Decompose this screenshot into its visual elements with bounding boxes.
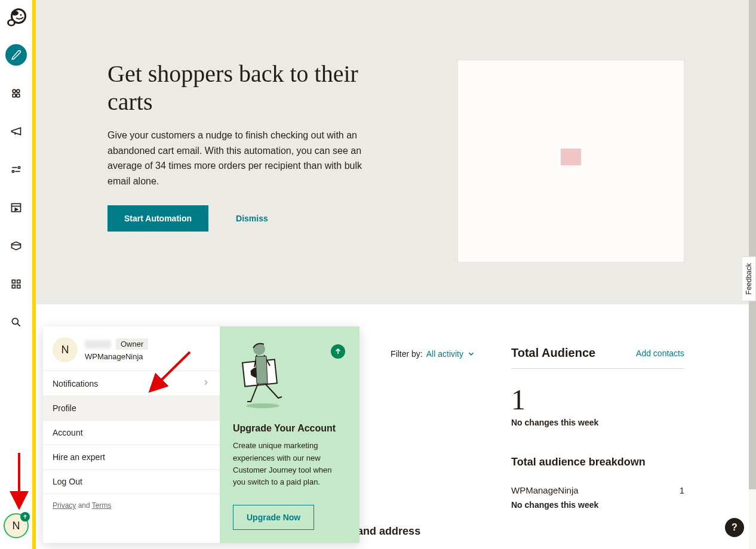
profile-popup: N Owner WPManageNinja Notifications Prof… xyxy=(43,326,359,543)
svg-rect-9 xyxy=(17,94,20,97)
svg-rect-19 xyxy=(17,285,20,288)
audience-change: No changes this week xyxy=(511,418,684,427)
breakdown-title: Total audience breakdown xyxy=(511,456,684,468)
breakdown-row: WPManageNinja 1 xyxy=(511,485,684,495)
menu-item-notifications[interactable]: Notifications xyxy=(43,371,220,396)
privacy-link[interactable]: Privacy xyxy=(53,501,76,510)
user-name-redacted xyxy=(85,340,111,348)
website-icon[interactable] xyxy=(5,197,27,218)
automations-icon[interactable] xyxy=(5,159,27,180)
svg-point-5 xyxy=(9,21,14,25)
profile-avatar-button[interactable]: N xyxy=(4,513,29,538)
add-contacts-link[interactable]: Add contacts xyxy=(636,348,684,358)
svg-point-22 xyxy=(246,403,279,408)
hero-illustration-placeholder xyxy=(457,60,684,263)
activity-filter: Filter by: All activity xyxy=(391,349,475,359)
svg-point-11 xyxy=(12,171,14,172)
help-button[interactable]: ? xyxy=(725,518,744,537)
chevron-right-icon xyxy=(202,378,210,388)
svg-line-21 xyxy=(17,323,20,326)
svg-point-7 xyxy=(17,90,20,92)
popup-footer: Privacy and Terms xyxy=(43,494,220,517)
dismiss-button[interactable]: Dismiss xyxy=(232,213,272,224)
org-name: WPManageNinja xyxy=(85,352,148,361)
audience-title: Total Audience xyxy=(511,346,595,360)
menu-item-logout[interactable]: Log Out xyxy=(43,469,220,494)
svg-rect-17 xyxy=(17,280,20,283)
popup-header: N Owner WPManageNinja xyxy=(43,326,220,371)
svg-point-2 xyxy=(11,11,19,16)
search-icon[interactable] xyxy=(5,311,27,333)
svg-point-3 xyxy=(20,14,22,16)
start-automation-button[interactable]: Start Automation xyxy=(107,205,208,232)
hero-banner: Get shoppers back to their carts Give yo… xyxy=(36,0,756,304)
sidebar: N xyxy=(0,0,36,549)
audience-icon[interactable] xyxy=(5,82,27,104)
breakdown-count: 1 xyxy=(680,485,684,495)
campaigns-icon[interactable] xyxy=(5,121,27,142)
breakdown-name: WPManageNinja xyxy=(511,485,579,495)
divider xyxy=(511,368,684,369)
integrations-icon[interactable] xyxy=(5,273,27,295)
filter-dropdown[interactable]: All activity xyxy=(426,349,475,359)
svg-point-20 xyxy=(12,318,18,324)
upgrade-illustration xyxy=(233,337,293,409)
hero-description: Give your customers a nudge to finish ch… xyxy=(107,128,376,189)
svg-rect-18 xyxy=(12,285,15,288)
menu-item-profile[interactable]: Profile xyxy=(43,396,220,420)
upgrade-panel: Upgrade Your Account Create unique marke… xyxy=(220,326,359,543)
hero-title: Get shoppers back to their carts xyxy=(107,60,406,116)
popup-avatar: N xyxy=(53,337,78,362)
arrow-up-icon xyxy=(20,512,30,522)
menu-item-account[interactable]: Account xyxy=(43,420,220,445)
content-icon[interactable] xyxy=(5,235,27,257)
audience-count: 1 xyxy=(511,385,684,414)
create-icon[interactable] xyxy=(5,44,27,66)
svg-point-10 xyxy=(18,166,20,168)
mailchimp-logo[interactable] xyxy=(4,6,28,30)
user-role-badge: Owner xyxy=(116,338,148,350)
chevron-down-icon xyxy=(467,350,475,358)
arrow-up-icon xyxy=(331,344,345,359)
svg-rect-16 xyxy=(12,280,15,283)
svg-point-6 xyxy=(13,90,16,92)
svg-rect-8 xyxy=(13,94,16,97)
svg-marker-14 xyxy=(15,208,17,211)
avatar-letter: N xyxy=(13,520,20,532)
upgrade-title: Upgrade Your Account xyxy=(233,423,346,434)
upgrade-description: Create unique marketing experiences with… xyxy=(233,440,346,488)
menu-item-hire-expert[interactable]: Hire an expert xyxy=(43,445,220,469)
filter-label: Filter by: xyxy=(391,349,423,359)
breakdown-change: No changes this week xyxy=(511,500,684,510)
upgrade-now-button[interactable]: Upgrade Now xyxy=(233,505,314,530)
terms-link[interactable]: Terms xyxy=(92,501,112,510)
scrollbar-thumb[interactable] xyxy=(749,0,756,489)
feedback-tab[interactable]: Feedback xyxy=(742,257,756,301)
